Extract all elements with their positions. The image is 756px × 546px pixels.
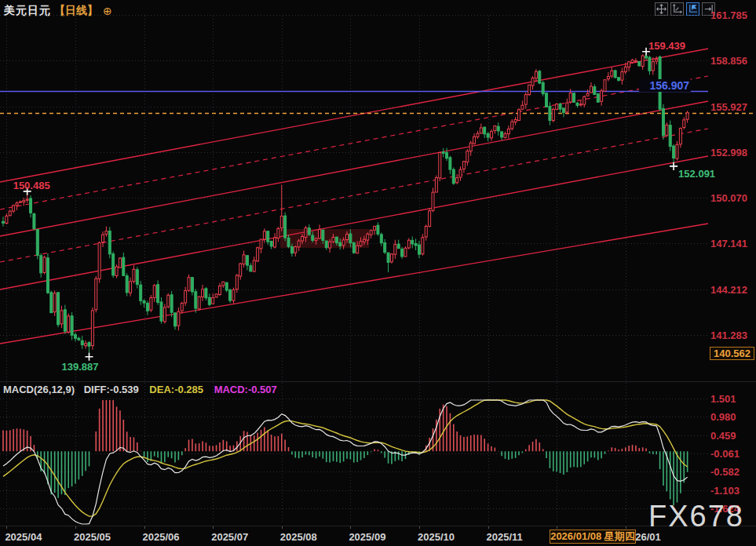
low-price-marker-label: 139.887: [62, 361, 99, 373]
macd-axis-label: 0.980: [710, 411, 736, 423]
time-axis-label: 2025/05: [74, 531, 111, 543]
price-axis-label: 150.070: [710, 192, 747, 204]
macd-axis-label: -0.582: [710, 466, 740, 478]
price-axis-label: 158.856: [710, 55, 747, 67]
time-axis-label: 2025/08: [280, 531, 317, 543]
macd-diff-value: DIFF:-0.539: [84, 384, 139, 395]
time-axis-label: 2025/07: [211, 531, 248, 543]
price-axis-label: 152.998: [710, 147, 747, 158]
time-axis-label: 2025/10: [418, 531, 455, 543]
low-price-box: 140.562: [710, 347, 754, 360]
macd-title: MACD(26,12,9): [3, 384, 75, 395]
low-price-marker-label: 152.091: [678, 168, 715, 180]
macd-dea-value: DEA:-0.285: [149, 384, 203, 395]
date-box: 2026/01/08 星期四: [550, 530, 636, 544]
macd-macd-value: MACD:-0.507: [214, 384, 277, 395]
blue-hline-label: 156.907: [639, 79, 691, 92]
macd-axis-label: 1.501: [710, 393, 736, 405]
price-axis-label: 144.212: [710, 284, 747, 296]
time-axis-label: 2025/11: [487, 531, 523, 543]
macd-axis-label: 0.459: [710, 430, 736, 442]
time-axis-label: 2025/06: [143, 531, 180, 543]
macd-axis-label: -0.061: [710, 448, 740, 460]
price-axis-label: 141.283: [710, 329, 747, 341]
price-axis-label: 147.141: [710, 238, 747, 249]
time-axis-label: 2025/04: [5, 531, 42, 543]
chart-window: 美元日元 【日线】 ⊕ 161.785158.856155.927152: [0, 0, 756, 546]
high-price-marker-label: 150.485: [13, 180, 50, 191]
time-axis-label: 2025/09: [349, 531, 385, 543]
high-price-marker-label: 159.439: [648, 40, 685, 52]
price-axis-label: 161.785: [710, 9, 747, 21]
price-axis-label: 155.927: [710, 101, 747, 113]
fx678-watermark: FX678: [648, 500, 754, 533]
macd-header: MACD(26,12,9) DIFF:-0.539 DEA:-0.285 MAC…: [3, 384, 277, 395]
macd-axis-label: -1.103: [710, 485, 740, 497]
